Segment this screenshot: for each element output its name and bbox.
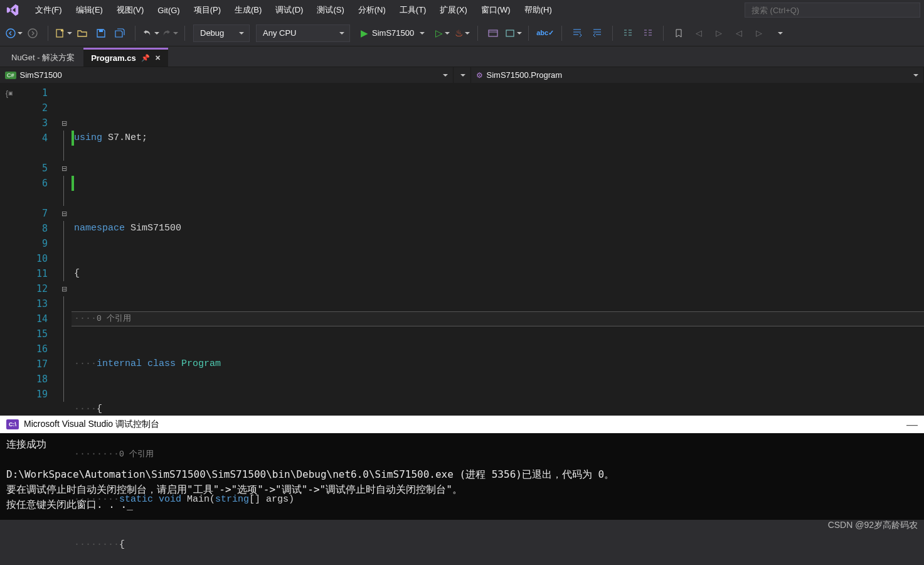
platform-dropdown[interactable]: Any CPU bbox=[256, 24, 350, 42]
run-label: SimS71500 bbox=[372, 28, 414, 38]
open-button[interactable] bbox=[73, 24, 91, 42]
bookmark-button[interactable] bbox=[670, 24, 688, 42]
play-icon: ▶ bbox=[361, 28, 368, 39]
svg-rect-4 bbox=[489, 30, 497, 36]
bookmark-prev-button[interactable]: ◁ bbox=[690, 24, 708, 42]
start-debug-button[interactable]: ▶ SimS71500 bbox=[354, 24, 431, 42]
menu-help[interactable]: 帮助(H) bbox=[518, 2, 558, 18]
svg-rect-3 bbox=[99, 30, 103, 32]
tab-program-cs[interactable]: Program.cs 📌 ✕ bbox=[83, 48, 168, 67]
main-toolbar: Debug Any CPU ▶ SimS71500 ▷ ♨ abc✓ ◁ ▷ ◁… bbox=[0, 20, 924, 46]
nav-back-button[interactable] bbox=[5, 24, 23, 42]
new-item-button[interactable] bbox=[55, 24, 72, 42]
save-all-button[interactable] bbox=[111, 24, 129, 42]
svg-point-1 bbox=[28, 29, 37, 38]
menu-window[interactable]: 窗口(W) bbox=[475, 2, 517, 18]
line-number-gutter: 1 2 3 4 5 6 7 8 9 10 11 12 13 14 15 16 1… bbox=[19, 83, 56, 416]
save-button[interactable] bbox=[92, 24, 110, 42]
web-button[interactable] bbox=[504, 24, 522, 42]
uncomment-button[interactable] bbox=[639, 24, 657, 42]
browser-button[interactable] bbox=[484, 24, 502, 42]
menu-tools[interactable]: 工具(T) bbox=[393, 2, 433, 18]
menu-file[interactable]: 文件(F) bbox=[29, 2, 68, 18]
document-tab-strip: NuGet - 解决方案 Program.cs 📌 ✕ bbox=[0, 46, 924, 67]
config-dropdown[interactable]: Debug bbox=[193, 24, 250, 42]
class-icon: ⚙ bbox=[476, 71, 483, 80]
menu-git[interactable]: Git(G) bbox=[151, 3, 186, 18]
nav-forward-button[interactable] bbox=[24, 24, 41, 42]
nav-separator-dropdown[interactable] bbox=[454, 67, 471, 83]
nav-project-label: SimS71500 bbox=[20, 70, 62, 80]
menu-debug[interactable]: 调试(D) bbox=[269, 2, 309, 18]
start-without-debug-button[interactable]: ▷ bbox=[433, 24, 451, 42]
comment-button[interactable] bbox=[619, 24, 637, 42]
vs-logo-icon bbox=[4, 1, 21, 19]
bookmark-next-folder-button[interactable]: ▷ bbox=[750, 24, 768, 42]
pin-icon[interactable]: 📌 bbox=[141, 54, 150, 62]
undo-button[interactable] bbox=[142, 24, 159, 42]
toolbar-overflow-button[interactable] bbox=[770, 24, 788, 42]
hot-reload-button[interactable]: ♨ bbox=[454, 24, 471, 42]
svg-point-0 bbox=[6, 29, 15, 38]
config-value: Debug bbox=[200, 28, 224, 38]
fold-column[interactable]: ⊟ ⊟ ⊟ ⊟ bbox=[56, 83, 72, 416]
menu-analyze[interactable]: 分析(N) bbox=[352, 2, 392, 18]
menu-view[interactable]: 视图(V) bbox=[110, 2, 150, 18]
bookmark-prev-folder-button[interactable]: ◁ bbox=[730, 24, 748, 42]
tab-nuget-label: NuGet - 解决方案 bbox=[11, 52, 75, 63]
menu-edit[interactable]: 编辑(E) bbox=[70, 2, 109, 18]
svg-rect-6 bbox=[506, 30, 514, 36]
search-input[interactable] bbox=[745, 3, 920, 18]
fire-icon: ♨ bbox=[455, 28, 463, 39]
outdent-button[interactable] bbox=[588, 24, 606, 42]
navigation-bar: C# SimS71500 ⚙ SimS71500.Program bbox=[0, 67, 924, 83]
tab-nuget[interactable]: NuGet - 解决方案 bbox=[4, 48, 82, 67]
nav-class-dropdown[interactable]: ⚙ SimS71500.Program bbox=[471, 67, 925, 83]
nav-class-label: SimS71500.Program bbox=[487, 70, 563, 80]
tab-program-cs-label: Program.cs bbox=[91, 53, 136, 63]
console-badge-icon: C:\ bbox=[6, 419, 19, 429]
editor-margin: {▣ bbox=[0, 83, 19, 416]
spellcheck-icon[interactable]: abc✓ bbox=[535, 24, 555, 42]
menu-project[interactable]: 项目(P) bbox=[188, 2, 227, 18]
bookmark-next-button[interactable]: ▷ bbox=[710, 24, 728, 42]
csharp-badge-icon: C# bbox=[5, 72, 16, 79]
main-menu-bar: 文件(F) 编辑(E) 视图(V) Git(G) 项目(P) 生成(B) 调试(… bbox=[0, 0, 924, 20]
indent-button[interactable] bbox=[568, 24, 586, 42]
code-editor[interactable]: {▣ 1 2 3 4 5 6 7 8 9 10 11 12 13 14 15 1… bbox=[0, 83, 924, 416]
platform-value: Any CPU bbox=[263, 28, 296, 38]
play-outline-icon: ▷ bbox=[435, 28, 443, 39]
redo-button[interactable] bbox=[161, 24, 178, 42]
nav-project-dropdown[interactable]: C# SimS71500 bbox=[0, 67, 454, 83]
code-area[interactable]: using S7.Net; namespace SimS71500 { ····… bbox=[72, 83, 924, 416]
menu-test[interactable]: 测试(S) bbox=[311, 2, 350, 18]
close-icon[interactable]: ✕ bbox=[155, 54, 161, 62]
menu-extensions[interactable]: 扩展(X) bbox=[433, 2, 473, 18]
menu-build[interactable]: 生成(B) bbox=[228, 2, 268, 18]
